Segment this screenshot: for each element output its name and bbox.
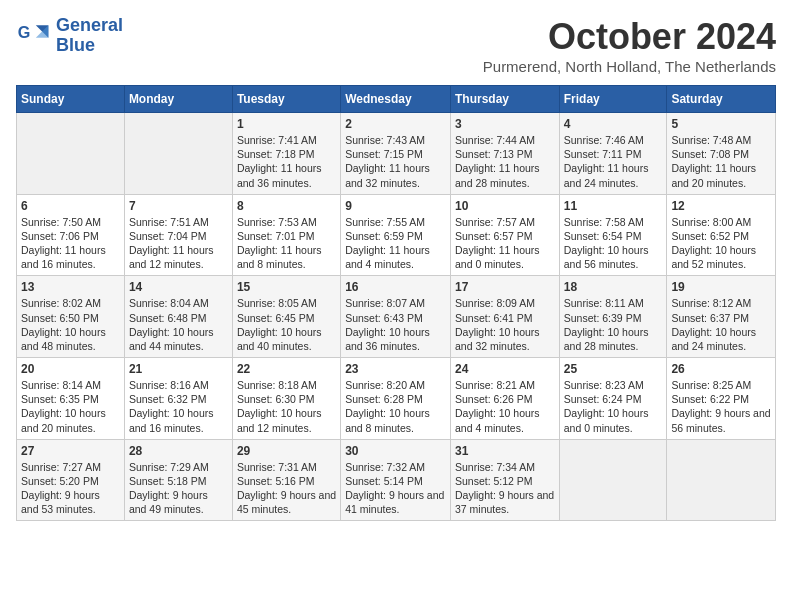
calendar-cell: 14Sunrise: 8:04 AM Sunset: 6:48 PM Dayli… [124,276,232,358]
calendar-cell: 29Sunrise: 7:31 AM Sunset: 5:16 PM Dayli… [232,439,340,521]
cell-content: Sunrise: 7:48 AM Sunset: 7:08 PM Dayligh… [671,133,771,190]
cell-content: Sunrise: 8:04 AM Sunset: 6:48 PM Dayligh… [129,296,228,353]
logo-line1: General [56,16,123,36]
day-number: 18 [564,280,663,294]
cell-content: Sunrise: 7:31 AM Sunset: 5:16 PM Dayligh… [237,460,336,517]
col-monday: Monday [124,86,232,113]
day-number: 17 [455,280,555,294]
calendar-cell: 1Sunrise: 7:41 AM Sunset: 7:18 PM Daylig… [232,113,340,195]
day-number: 26 [671,362,771,376]
day-number: 8 [237,199,336,213]
cell-content: Sunrise: 8:21 AM Sunset: 6:26 PM Dayligh… [455,378,555,435]
calendar-cell: 9Sunrise: 7:55 AM Sunset: 6:59 PM Daylig… [341,194,451,276]
day-number: 29 [237,444,336,458]
cell-content: Sunrise: 8:25 AM Sunset: 6:22 PM Dayligh… [671,378,771,435]
calendar-cell: 5Sunrise: 7:48 AM Sunset: 7:08 PM Daylig… [667,113,776,195]
calendar-row: 1Sunrise: 7:41 AM Sunset: 7:18 PM Daylig… [17,113,776,195]
cell-content: Sunrise: 7:44 AM Sunset: 7:13 PM Dayligh… [455,133,555,190]
day-number: 21 [129,362,228,376]
calendar-cell: 4Sunrise: 7:46 AM Sunset: 7:11 PM Daylig… [559,113,667,195]
day-number: 22 [237,362,336,376]
cell-content: Sunrise: 8:14 AM Sunset: 6:35 PM Dayligh… [21,378,120,435]
calendar-cell: 15Sunrise: 8:05 AM Sunset: 6:45 PM Dayli… [232,276,340,358]
col-friday: Friday [559,86,667,113]
calendar-cell: 17Sunrise: 8:09 AM Sunset: 6:41 PM Dayli… [450,276,559,358]
day-number: 6 [21,199,120,213]
logo-icon: G [16,18,52,54]
cell-content: Sunrise: 7:32 AM Sunset: 5:14 PM Dayligh… [345,460,446,517]
cell-content: Sunrise: 7:58 AM Sunset: 6:54 PM Dayligh… [564,215,663,272]
day-number: 20 [21,362,120,376]
logo: G General Blue [16,16,123,56]
cell-content: Sunrise: 8:20 AM Sunset: 6:28 PM Dayligh… [345,378,446,435]
header-row: Sunday Monday Tuesday Wednesday Thursday… [17,86,776,113]
day-number: 10 [455,199,555,213]
cell-content: Sunrise: 7:29 AM Sunset: 5:18 PM Dayligh… [129,460,228,517]
col-thursday: Thursday [450,86,559,113]
col-saturday: Saturday [667,86,776,113]
calendar-cell: 16Sunrise: 8:07 AM Sunset: 6:43 PM Dayli… [341,276,451,358]
cell-content: Sunrise: 8:18 AM Sunset: 6:30 PM Dayligh… [237,378,336,435]
calendar-row: 6Sunrise: 7:50 AM Sunset: 7:06 PM Daylig… [17,194,776,276]
cell-content: Sunrise: 7:27 AM Sunset: 5:20 PM Dayligh… [21,460,120,517]
day-number: 23 [345,362,446,376]
day-number: 19 [671,280,771,294]
calendar-cell [559,439,667,521]
day-number: 15 [237,280,336,294]
calendar-cell: 6Sunrise: 7:50 AM Sunset: 7:06 PM Daylig… [17,194,125,276]
cell-content: Sunrise: 7:41 AM Sunset: 7:18 PM Dayligh… [237,133,336,190]
cell-content: Sunrise: 8:07 AM Sunset: 6:43 PM Dayligh… [345,296,446,353]
cell-content: Sunrise: 8:02 AM Sunset: 6:50 PM Dayligh… [21,296,120,353]
svg-text:G: G [18,23,31,41]
cell-content: Sunrise: 8:12 AM Sunset: 6:37 PM Dayligh… [671,296,771,353]
cell-content: Sunrise: 7:34 AM Sunset: 5:12 PM Dayligh… [455,460,555,517]
calendar-cell: 7Sunrise: 7:51 AM Sunset: 7:04 PM Daylig… [124,194,232,276]
calendar-cell: 20Sunrise: 8:14 AM Sunset: 6:35 PM Dayli… [17,358,125,440]
calendar-cell [667,439,776,521]
calendar-cell: 22Sunrise: 8:18 AM Sunset: 6:30 PM Dayli… [232,358,340,440]
calendar-cell: 10Sunrise: 7:57 AM Sunset: 6:57 PM Dayli… [450,194,559,276]
day-number: 12 [671,199,771,213]
calendar-header: Sunday Monday Tuesday Wednesday Thursday… [17,86,776,113]
calendar-table: Sunday Monday Tuesday Wednesday Thursday… [16,85,776,521]
day-number: 16 [345,280,446,294]
calendar-cell [124,113,232,195]
day-number: 3 [455,117,555,131]
calendar-cell: 27Sunrise: 7:27 AM Sunset: 5:20 PM Dayli… [17,439,125,521]
cell-content: Sunrise: 8:11 AM Sunset: 6:39 PM Dayligh… [564,296,663,353]
calendar-body: 1Sunrise: 7:41 AM Sunset: 7:18 PM Daylig… [17,113,776,521]
calendar-cell: 11Sunrise: 7:58 AM Sunset: 6:54 PM Dayli… [559,194,667,276]
calendar-row: 27Sunrise: 7:27 AM Sunset: 5:20 PM Dayli… [17,439,776,521]
cell-content: Sunrise: 7:50 AM Sunset: 7:06 PM Dayligh… [21,215,120,272]
cell-content: Sunrise: 8:05 AM Sunset: 6:45 PM Dayligh… [237,296,336,353]
cell-content: Sunrise: 7:51 AM Sunset: 7:04 PM Dayligh… [129,215,228,272]
day-number: 14 [129,280,228,294]
cell-content: Sunrise: 8:23 AM Sunset: 6:24 PM Dayligh… [564,378,663,435]
calendar-cell: 18Sunrise: 8:11 AM Sunset: 6:39 PM Dayli… [559,276,667,358]
day-number: 4 [564,117,663,131]
calendar-cell: 12Sunrise: 8:00 AM Sunset: 6:52 PM Dayli… [667,194,776,276]
day-number: 25 [564,362,663,376]
cell-content: Sunrise: 7:57 AM Sunset: 6:57 PM Dayligh… [455,215,555,272]
month-title: October 2024 [483,16,776,58]
calendar-cell: 31Sunrise: 7:34 AM Sunset: 5:12 PM Dayli… [450,439,559,521]
col-sunday: Sunday [17,86,125,113]
page-header: G General Blue October 2024 Purmerend, N… [16,16,776,75]
logo-line2: Blue [56,36,123,56]
cell-content: Sunrise: 8:00 AM Sunset: 6:52 PM Dayligh… [671,215,771,272]
cell-content: Sunrise: 8:16 AM Sunset: 6:32 PM Dayligh… [129,378,228,435]
calendar-cell: 8Sunrise: 7:53 AM Sunset: 7:01 PM Daylig… [232,194,340,276]
day-number: 31 [455,444,555,458]
cell-content: Sunrise: 7:53 AM Sunset: 7:01 PM Dayligh… [237,215,336,272]
cell-content: Sunrise: 7:55 AM Sunset: 6:59 PM Dayligh… [345,215,446,272]
day-number: 30 [345,444,446,458]
calendar-cell: 25Sunrise: 8:23 AM Sunset: 6:24 PM Dayli… [559,358,667,440]
day-number: 1 [237,117,336,131]
cell-content: Sunrise: 7:46 AM Sunset: 7:11 PM Dayligh… [564,133,663,190]
calendar-cell: 13Sunrise: 8:02 AM Sunset: 6:50 PM Dayli… [17,276,125,358]
calendar-cell: 2Sunrise: 7:43 AM Sunset: 7:15 PM Daylig… [341,113,451,195]
day-number: 27 [21,444,120,458]
day-number: 11 [564,199,663,213]
day-number: 7 [129,199,228,213]
calendar-cell: 23Sunrise: 8:20 AM Sunset: 6:28 PM Dayli… [341,358,451,440]
